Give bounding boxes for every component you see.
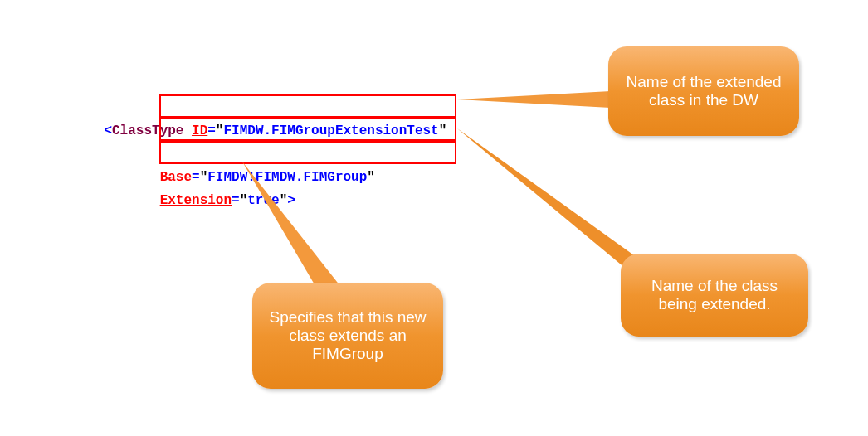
- callout-tail-3: [242, 162, 342, 286]
- angle-bracket-open: <: [104, 124, 112, 138]
- attr-extension-name: Extension: [160, 193, 232, 208]
- equals-sign: =: [207, 124, 216, 138]
- callout-extended-class-name: Name of the extended class in the DW: [608, 46, 799, 136]
- attr-id-name: ID: [192, 124, 207, 138]
- svg-marker-1: [242, 162, 340, 286]
- equals-sign: =: [232, 193, 240, 208]
- attr-base-name: Base: [160, 170, 192, 185]
- attr-id-value: FIMDW.FIMGroupExtensionTest: [223, 124, 438, 138]
- callout-text: Name of the extended class in the DW: [623, 73, 784, 109]
- callout-class-being-extended: Name of the class being extended.: [621, 254, 808, 337]
- callout-text: Name of the class being extended.: [636, 277, 793, 313]
- xml-tag-name: ClassType: [112, 124, 183, 138]
- callout-tail-2: [457, 128, 640, 286]
- callout-text: Specifies that this new class extends an…: [267, 308, 428, 363]
- quote-char: ": [439, 124, 447, 138]
- equals-sign: =: [192, 170, 200, 185]
- callout-extension-specifier: Specifies that this new class extends an…: [252, 283, 443, 389]
- quote-char: ": [200, 170, 208, 185]
- code-line-1: <ClassType ID="FIMDW.FIMGroupExtensionTe…: [72, 96, 446, 166]
- callout-tail-1: [457, 91, 611, 108]
